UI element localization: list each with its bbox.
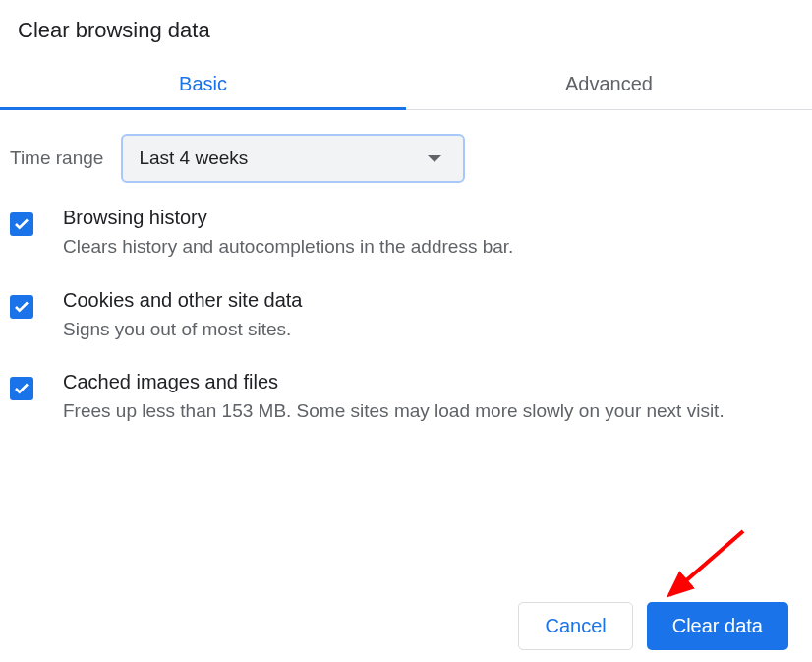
checkbox-browsing-history[interactable] bbox=[10, 212, 33, 236]
clear-data-button[interactable]: Clear data bbox=[647, 602, 788, 650]
option-desc: Signs you out of most sites. bbox=[63, 316, 802, 344]
check-icon bbox=[13, 380, 30, 397]
option-desc: Clears history and autocompletions in th… bbox=[63, 233, 802, 262]
time-range-select[interactable]: Last 4 weeks bbox=[121, 134, 465, 183]
option-title: Cached images and files bbox=[63, 371, 802, 393]
option-cached: Cached images and files Frees up less th… bbox=[10, 371, 802, 426]
option-content: Cached images and files Frees up less th… bbox=[63, 371, 802, 426]
svg-line-1 bbox=[669, 531, 743, 595]
options-list: Browsing history Clears history and auto… bbox=[0, 207, 812, 426]
option-cookies: Cookies and other site data Signs you ou… bbox=[10, 289, 802, 344]
time-range-label: Time range bbox=[10, 148, 103, 169]
cancel-button[interactable]: Cancel bbox=[518, 602, 632, 650]
time-range-value: Last 4 weeks bbox=[139, 148, 428, 169]
option-content: Browsing history Clears history and auto… bbox=[63, 207, 802, 262]
checkbox-cookies[interactable] bbox=[10, 295, 33, 319]
tab-advanced[interactable]: Advanced bbox=[406, 59, 812, 109]
check-icon bbox=[13, 298, 30, 316]
dialog-title: Clear browsing data bbox=[0, 0, 812, 59]
chevron-down-icon bbox=[428, 155, 441, 162]
option-desc: Frees up less than 153 MB. Some sites ma… bbox=[63, 397, 802, 426]
option-content: Cookies and other site data Signs you ou… bbox=[63, 289, 802, 344]
option-browsing-history: Browsing history Clears history and auto… bbox=[10, 207, 802, 262]
time-range-row: Time range Last 4 weeks bbox=[0, 110, 812, 207]
tab-basic[interactable]: Basic bbox=[0, 59, 406, 109]
tabs: Basic Advanced bbox=[0, 59, 812, 110]
check-icon bbox=[13, 215, 30, 233]
checkbox-cached[interactable] bbox=[10, 377, 33, 400]
option-title: Cookies and other site data bbox=[63, 289, 802, 312]
dialog-buttons: Cancel Clear data bbox=[518, 602, 788, 650]
option-title: Browsing history bbox=[63, 207, 802, 229]
